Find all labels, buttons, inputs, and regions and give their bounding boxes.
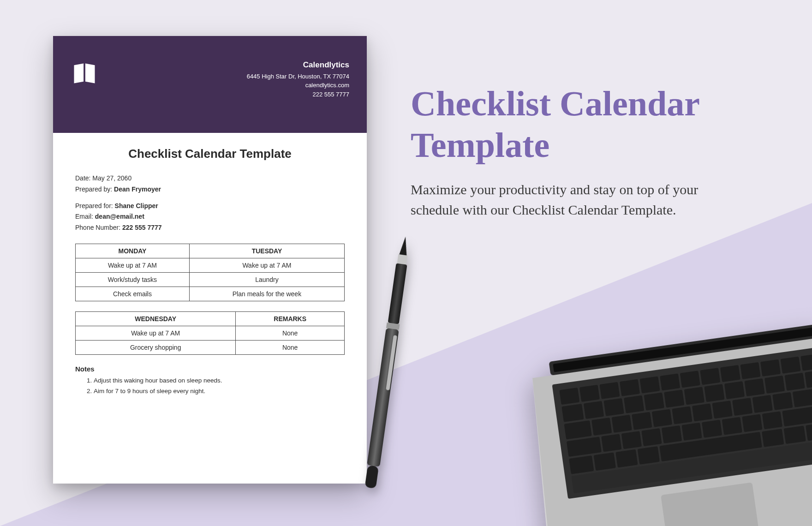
org-logo: [71, 59, 98, 133]
svg-rect-40: [652, 409, 672, 427]
svg-rect-25: [603, 398, 624, 416]
svg-rect-2: [388, 263, 407, 324]
svg-rect-29: [684, 387, 705, 405]
svg-rect-14: [640, 376, 660, 393]
svg-rect-59: [569, 455, 594, 474]
table-row: Wake up at 7 AM None: [76, 326, 345, 340]
phone-label: Phone Number:: [75, 224, 120, 231]
svg-rect-57: [762, 411, 782, 429]
svg-rect-44: [732, 398, 752, 416]
svg-rect-56: [742, 414, 762, 432]
notes-heading: Notes: [75, 365, 345, 373]
svg-rect-60: [594, 452, 616, 471]
svg-rect-49: [601, 434, 621, 452]
svg-rect-21: [781, 357, 801, 374]
phone-value: 222 555 7777: [122, 224, 162, 231]
svg-rect-10: [559, 388, 579, 405]
email-label: Email:: [75, 213, 93, 220]
svg-rect-51: [641, 428, 662, 446]
note-item: Aim for 7 to 9 hours of sleep every nigh…: [94, 386, 345, 397]
document-title: Checklist Calendar Template: [75, 147, 345, 161]
svg-rect-28: [664, 389, 684, 407]
svg-rect-41: [672, 406, 692, 424]
table1-header-col1: MONDAY: [76, 244, 190, 258]
cell: Plan meals for the week: [189, 287, 344, 301]
org-address: 6445 High Star Dr, Houston, TX 77074: [247, 72, 349, 81]
table2-header-col1: WEDNESDAY: [76, 311, 236, 326]
cell: Work/study tasks: [76, 272, 190, 287]
stage: Calendlytics 6445 High Star Dr, Houston,…: [0, 0, 812, 526]
document-header: Calendlytics 6445 High Star Dr, Houston,…: [53, 36, 367, 133]
promo-title: Checklist Calendar Template: [411, 83, 770, 166]
svg-rect-23: [561, 404, 584, 422]
svg-rect-65: [784, 426, 806, 444]
org-name: Calendlytics: [247, 59, 349, 71]
svg-rect-27: [644, 393, 664, 411]
svg-rect-26: [624, 395, 644, 413]
svg-rect-33: [764, 376, 785, 394]
meta-date: Date: May 27, 2060: [75, 173, 345, 184]
svg-rect-61: [615, 449, 638, 468]
document-body: Checklist Calendar Template Date: May 27…: [53, 133, 367, 397]
meta-phone: Phone Number: 222 555 7777: [75, 222, 345, 233]
open-book-icon: [71, 59, 98, 87]
svg-rect-19: [740, 362, 760, 379]
cell: Check emails: [76, 287, 190, 301]
meta-block-2: Prepared for: Shane Clipper Email: dean@…: [75, 201, 345, 233]
svg-rect-42: [692, 403, 712, 421]
meta-prepared-for: Prepared for: Shane Clipper: [75, 201, 345, 212]
svg-rect-13: [620, 379, 640, 396]
svg-rect-32: [744, 378, 764, 396]
svg-rect-24: [584, 401, 604, 419]
svg-rect-12: [599, 382, 620, 399]
prepared-by-label: Prepared by:: [75, 185, 112, 193]
email-value: dean@email.net: [95, 213, 144, 220]
svg-rect-50: [621, 431, 642, 449]
table-row: Work/study tasks Laundry: [76, 272, 345, 287]
cell: Laundry: [189, 272, 344, 287]
svg-marker-0: [399, 236, 409, 256]
schedule-table-2: WEDNESDAY REMARKS Wake up at 7 AM None G…: [75, 311, 345, 355]
table-row: Grocery shopping None: [76, 340, 345, 354]
svg-rect-16: [680, 371, 700, 388]
table2-header-col2: REMARKS: [236, 311, 345, 326]
svg-rect-64: [762, 429, 784, 447]
table-row: Check emails Plan meals for the week: [76, 287, 345, 301]
cell: Wake up at 7 AM: [76, 258, 190, 272]
svg-rect-31: [724, 381, 745, 399]
schedule-table-1: MONDAY TUESDAY Wake up at 7 AM Wake up a…: [75, 244, 345, 301]
svg-rect-38: [612, 415, 632, 433]
svg-rect-62: [638, 446, 660, 465]
svg-rect-53: [681, 423, 702, 441]
cell: Wake up at 7 AM: [76, 326, 236, 340]
laptop-icon: [521, 319, 812, 526]
org-phone: 222 555 7777: [247, 90, 349, 99]
table1-header-col2: TUESDAY: [189, 244, 344, 258]
meta-block-1: Date: May 27, 2060 Prepared by: Dean Fry…: [75, 173, 345, 195]
document-preview: Calendlytics 6445 High Star Dr, Houston,…: [53, 36, 367, 484]
cell: Grocery shopping: [76, 340, 236, 354]
svg-rect-18: [720, 365, 740, 382]
date-label: Date:: [75, 174, 90, 182]
svg-rect-6: [365, 465, 379, 489]
org-info: Calendlytics 6445 High Star Dr, Houston,…: [247, 59, 349, 133]
svg-rect-22: [800, 353, 812, 371]
cell: Wake up at 7 AM: [189, 258, 344, 272]
cell: None: [236, 326, 345, 340]
svg-rect-37: [591, 418, 612, 436]
prepared-for-value: Shane Clipper: [115, 202, 158, 209]
meta-prepared-by: Prepared by: Dean Frymoyer: [75, 184, 345, 195]
svg-rect-39: [632, 412, 652, 430]
svg-rect-1: [397, 254, 408, 265]
notes-list: Adjust this waking hour based on sleep n…: [75, 376, 345, 397]
svg-rect-17: [700, 368, 720, 385]
svg-rect-43: [712, 400, 732, 418]
svg-rect-45: [752, 395, 773, 413]
cell: None: [236, 340, 345, 354]
prepared-by-value: Dean Frymoyer: [114, 185, 161, 193]
note-item: Adjust this waking hour based on sleep n…: [94, 376, 345, 386]
svg-rect-34: [785, 373, 805, 391]
meta-email: Email: dean@email.net: [75, 211, 345, 222]
prepared-for-label: Prepared for:: [75, 202, 113, 209]
promo-block: Checklist Calendar Template Maximize you…: [411, 83, 770, 220]
